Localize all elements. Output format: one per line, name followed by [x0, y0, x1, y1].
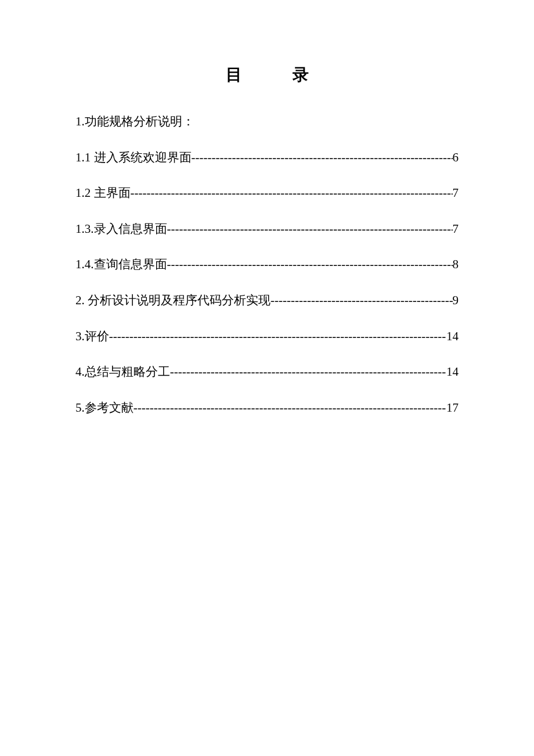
toc-label: 1.4.查询信息界面	[75, 255, 167, 275]
toc-leader	[109, 327, 446, 347]
toc-leader	[134, 398, 446, 418]
toc-label: 2. 分析设计说明及程序代码分析实现	[75, 291, 270, 311]
toc-page: 14	[446, 362, 459, 382]
toc-label: 1.2 主界面	[75, 183, 131, 203]
toc-title: 目 录	[75, 64, 459, 86]
toc-label: 4.总结与粗略分工	[75, 362, 170, 382]
toc-page: 17	[446, 398, 459, 418]
toc-page: 6	[453, 148, 459, 168]
toc-leader	[170, 362, 446, 382]
toc-entry: 4.总结与粗略分工 14	[75, 362, 459, 382]
toc-page: 8	[453, 255, 459, 275]
toc-entry: 1.4.查询信息界面 8	[75, 255, 459, 275]
toc-leader	[167, 255, 453, 275]
toc-page: 14	[446, 327, 459, 347]
toc-label: 3.评价	[75, 327, 109, 347]
toc-entry: 1.3.录入信息界面 7	[75, 219, 459, 239]
toc-entry: 2. 分析设计说明及程序代码分析实现 9	[75, 291, 459, 311]
toc-page: 7	[453, 183, 459, 203]
toc-leader	[270, 291, 453, 311]
toc-page: 7	[453, 219, 459, 239]
toc-leader	[167, 219, 453, 239]
toc-leader	[131, 183, 453, 203]
toc-page: 9	[453, 291, 459, 311]
toc-leader	[192, 148, 453, 168]
toc-label: 1.3.录入信息界面	[75, 219, 167, 239]
toc-label: 5.参考文献	[75, 398, 134, 418]
section-heading-1: 1.功能规格分析说明：	[75, 112, 459, 132]
toc-entry: 1.1 进入系统欢迎界面 6	[75, 148, 459, 168]
toc-entry: 5.参考文献 17	[75, 398, 459, 418]
toc-label: 1.1 进入系统欢迎界面	[75, 148, 192, 168]
toc-entry: 1.2 主界面 7	[75, 183, 459, 203]
toc-entry: 3.评价 14	[75, 327, 459, 347]
